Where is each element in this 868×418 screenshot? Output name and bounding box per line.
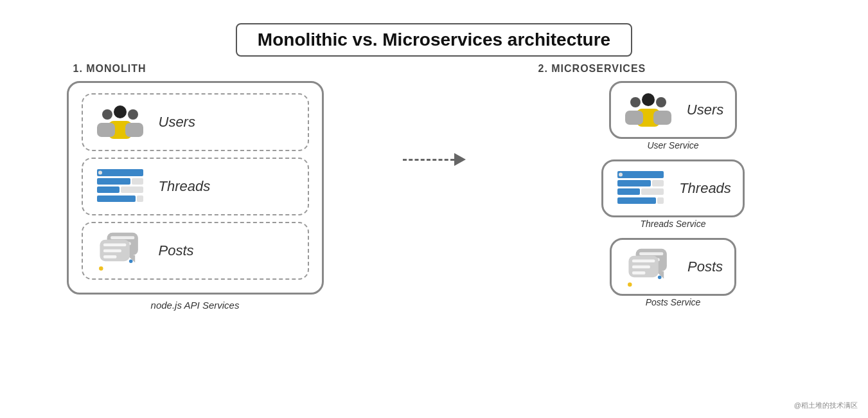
monolith-threads-label: Threads xyxy=(159,178,211,195)
ms-users-label: Users xyxy=(687,102,723,118)
ms-threads-label: Threads xyxy=(679,180,731,197)
svg-rect-31 xyxy=(653,111,671,125)
migration-arrow xyxy=(403,153,466,166)
monolith-caption: node.js API Services xyxy=(151,300,240,311)
svg-rect-5 xyxy=(125,123,143,137)
monolith-users-label: Users xyxy=(159,114,195,131)
service-cards: Users User Service xyxy=(545,81,802,307)
svg-point-28 xyxy=(630,97,641,107)
title-box: Monolithic vs. Microservices architectur… xyxy=(236,23,632,57)
svg-rect-37 xyxy=(641,188,664,195)
svg-rect-3 xyxy=(97,123,115,137)
ms-posts-label: Posts xyxy=(687,259,723,275)
svg-rect-49 xyxy=(632,271,645,275)
arrow-section xyxy=(393,153,476,166)
svg-rect-23 xyxy=(103,255,116,259)
threads-service-block: Threads Threads Service xyxy=(545,159,802,229)
svg-point-33 xyxy=(619,172,623,176)
svg-rect-21 xyxy=(103,243,126,246)
svg-rect-29 xyxy=(625,111,643,125)
svg-rect-13 xyxy=(137,195,143,202)
svg-point-0 xyxy=(114,105,127,118)
svg-point-51 xyxy=(658,275,662,279)
svg-rect-12 xyxy=(97,195,136,202)
monolith-outer-box: Users Threads xyxy=(67,81,324,295)
svg-point-7 xyxy=(98,170,102,174)
svg-rect-6 xyxy=(97,169,143,176)
dashed-line xyxy=(403,159,454,161)
svg-rect-9 xyxy=(132,178,143,185)
monolith-posts-label: Posts xyxy=(159,242,194,259)
arrow-head xyxy=(454,153,466,166)
posts-icon-ms xyxy=(623,246,675,288)
svg-rect-39 xyxy=(657,197,664,204)
monolith-users-box: Users xyxy=(82,93,309,151)
main-layout: 1. MONOLITH Users xyxy=(0,63,868,311)
svg-point-25 xyxy=(128,259,132,263)
svg-rect-32 xyxy=(617,171,664,178)
svg-point-30 xyxy=(656,97,666,107)
user-service-box: Users xyxy=(609,81,737,139)
monolith-section: 1. MONOLITH Users xyxy=(54,63,337,311)
svg-rect-36 xyxy=(617,188,640,195)
svg-point-50 xyxy=(628,282,632,287)
svg-point-24 xyxy=(99,266,103,271)
svg-point-4 xyxy=(128,109,138,120)
threads-service-box: Threads xyxy=(601,159,745,217)
user-service-label: User Service xyxy=(647,140,698,150)
threads-service-label: Threads Service xyxy=(641,219,706,229)
page-title: Monolithic vs. Microservices architectur… xyxy=(258,30,610,50)
posts-service-box: Posts xyxy=(610,238,736,296)
monolith-posts-box: Posts xyxy=(82,222,309,280)
svg-rect-35 xyxy=(652,180,664,186)
threads-icon-mono xyxy=(94,166,146,208)
svg-rect-34 xyxy=(617,180,651,186)
svg-rect-47 xyxy=(632,259,655,262)
svg-rect-10 xyxy=(97,186,120,193)
svg-rect-38 xyxy=(617,197,656,204)
svg-rect-42 xyxy=(639,252,663,255)
svg-rect-11 xyxy=(121,186,143,193)
microservices-section: 2. MICROSERVICES Users User Service xyxy=(532,63,815,307)
users-icon-ms xyxy=(623,89,674,131)
user-service-block: Users User Service xyxy=(545,81,802,150)
svg-rect-16 xyxy=(111,236,134,239)
watermark: @稻土堆的技术满区 xyxy=(794,401,858,410)
svg-rect-48 xyxy=(632,265,650,268)
threads-icon-ms xyxy=(615,168,666,210)
users-icon xyxy=(94,102,146,143)
monolith-threads-box: Threads xyxy=(82,158,309,215)
posts-service-label: Posts Service xyxy=(646,297,701,307)
svg-rect-8 xyxy=(97,178,130,185)
microservices-label: 2. MICROSERVICES xyxy=(538,63,646,75)
posts-service-block: Posts Posts Service xyxy=(545,238,802,307)
svg-point-2 xyxy=(102,109,112,120)
posts-icon-mono xyxy=(94,230,146,272)
monolith-label: 1. MONOLITH xyxy=(73,63,146,75)
svg-point-26 xyxy=(642,93,655,106)
svg-rect-22 xyxy=(103,249,121,252)
